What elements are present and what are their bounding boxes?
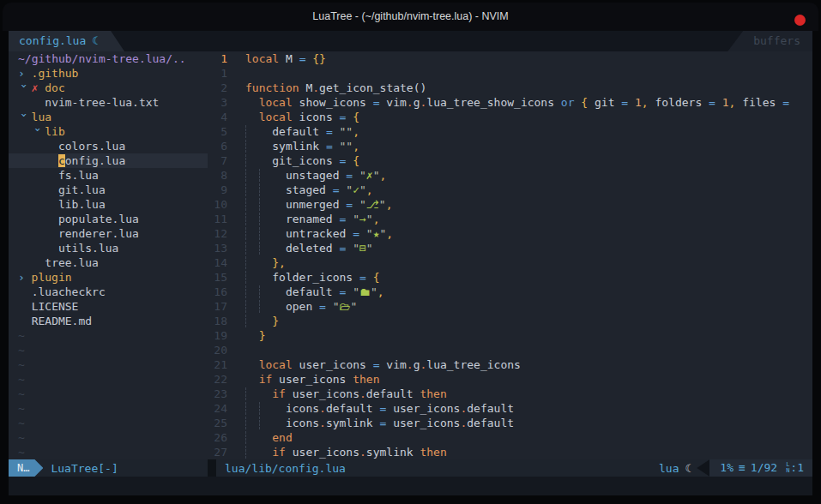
indent-guide xyxy=(245,198,246,211)
indent-guide xyxy=(245,417,246,429)
token-num: 1 xyxy=(628,96,642,109)
token-pn: , xyxy=(279,256,286,269)
tree-item-doc[interactable]: ›✗ doc xyxy=(9,81,208,95)
code-line-content: end xyxy=(245,430,293,445)
tree-item-colors.lua[interactable]: colors.lua xyxy=(9,139,208,153)
tree-item-.luacheckrc[interactable]: .luacheckrc xyxy=(9,285,208,299)
token-br: { xyxy=(353,111,359,123)
tree-item-LICENSE[interactable]: LICENSE xyxy=(9,299,208,314)
token-dot: . xyxy=(319,417,326,429)
indent-guide xyxy=(245,140,246,153)
line-number: 27 xyxy=(208,445,227,459)
tab-config-lua[interactable]: config.lua☾ xyxy=(9,31,124,51)
tree-item-fs.lua[interactable]: fs.lua xyxy=(9,168,208,183)
tree-item-nvim-tree-lua.txt[interactable]: nvim-tree-lua.txt xyxy=(9,95,208,110)
file-name: colors.lua xyxy=(58,140,125,153)
token-pl xyxy=(346,285,353,298)
code-line-content: local show_icons = vim.g.lua_tree_show_i… xyxy=(245,95,789,110)
file-tree[interactable]: ~/github/nvim-tree.lua/..›.github›✗ doc … xyxy=(9,51,208,459)
position-segment: 1% ≡ 1/92 LN :1 xyxy=(709,459,812,477)
code-line-content: symlink = "", xyxy=(245,139,359,153)
file-name: nvim-tree-lua.txt xyxy=(45,96,159,109)
code-line-content: local icons = { xyxy=(245,110,359,124)
code-line-content: untracked = "★", xyxy=(245,226,393,241)
close-button[interactable] xyxy=(794,15,806,26)
line-number: 5 xyxy=(208,124,227,139)
code-line-content: local M = {} xyxy=(245,51,326,66)
buffers-label[interactable]: buffers xyxy=(727,31,812,51)
token-pn: , xyxy=(377,285,384,298)
tree-item-plugin[interactable]: ›plugin xyxy=(9,270,208,285)
file-name: utils.lua xyxy=(58,242,118,255)
statusline-editor: lua/lib/config.lua lua☾ 1% ≡ 1/92 LN :1 xyxy=(216,459,812,477)
tree-item-config.lua[interactable]: config.lua xyxy=(9,153,208,168)
code-line-content: staged = "✓", xyxy=(245,183,373,197)
line-number: 26 xyxy=(208,430,227,445)
tree-buffer-name: LuaTree[-] xyxy=(51,462,118,475)
tree-item-populate.lua[interactable]: populate.lua xyxy=(9,212,208,226)
token-pl: show_icons xyxy=(293,96,373,109)
token-op: = xyxy=(621,96,628,109)
token-op: = xyxy=(359,271,366,284)
titlebar[interactable]: LuaTree - (~/github/nvim-tree.lua) - NVI… xyxy=(3,3,818,31)
chevron-right-icon: › xyxy=(18,270,32,285)
indent-guide xyxy=(245,271,246,284)
indent-guide xyxy=(245,183,246,196)
tree-item-renderer.lua[interactable]: renderer.lua xyxy=(9,226,208,241)
code-line: 4local icons = { xyxy=(208,110,812,124)
line-number: 12 xyxy=(208,226,227,241)
lua-icon: ☾ xyxy=(685,462,692,475)
token-qt: " xyxy=(353,242,359,255)
line-number: 23 xyxy=(208,387,227,401)
token-num: 1 xyxy=(715,96,729,109)
token-pn: , xyxy=(366,183,373,196)
code-text: } xyxy=(245,328,265,343)
code-line-content: if user_icons then xyxy=(245,372,380,387)
token-pl: M xyxy=(279,52,299,65)
token-pl: symlink xyxy=(326,417,380,429)
token-pl: renamed xyxy=(286,213,340,225)
tree-item-lib.lua[interactable]: lib.lua xyxy=(9,197,208,212)
file-name: renderer.lua xyxy=(58,227,139,240)
token-pn: , xyxy=(380,169,387,182)
token-pl: default xyxy=(326,402,380,415)
token-pl: user_icons xyxy=(293,358,373,371)
token-ic: → xyxy=(359,213,366,225)
file-name: LICENSE xyxy=(32,300,79,313)
line-number: 20 xyxy=(208,343,227,357)
tree-item-git.lua[interactable]: git.lua xyxy=(9,183,208,197)
tree-item-lua[interactable]: ›lua xyxy=(9,110,208,124)
scroll-percent: 1% xyxy=(720,459,733,477)
token-kw: then xyxy=(420,446,446,459)
code-text: staged = "✓", xyxy=(245,183,373,197)
tree-item-README.md[interactable]: README.md xyxy=(9,314,208,328)
token-kw: then xyxy=(420,387,446,400)
line-number: 1 xyxy=(208,51,227,66)
token-dot: . xyxy=(312,81,319,94)
indent-guide xyxy=(259,183,260,196)
token-dot: . xyxy=(359,446,366,459)
token-op: = xyxy=(326,125,333,138)
line-number: 22 xyxy=(208,372,227,387)
tree-item-lib[interactable]: ›lib xyxy=(9,124,208,139)
code-text: untracked = "★", xyxy=(245,226,393,241)
token-pn: , xyxy=(386,227,393,240)
code-line-content: } xyxy=(245,328,265,343)
command-line[interactable] xyxy=(9,477,812,495)
token-pl: symlink xyxy=(366,446,420,459)
token-op: = xyxy=(326,140,333,153)
code-line-content: default = "", xyxy=(245,124,359,139)
line-number: 18 xyxy=(208,314,227,328)
tree-item-tree.lua[interactable]: tree.lua xyxy=(9,255,208,270)
code-text: renamed = "→", xyxy=(245,212,380,226)
tree-item-utils.lua[interactable]: utils.lua xyxy=(9,241,208,255)
code-editor[interactable]: 1local M = {}12function M.get_icon_state… xyxy=(208,51,812,459)
line-number-icon: LN xyxy=(786,462,789,474)
token-pl: user_icons xyxy=(286,387,359,400)
filetype-text: lua xyxy=(659,462,679,475)
token-pl: icons xyxy=(286,402,319,415)
token-kw: local xyxy=(259,358,293,371)
tree-item-.github[interactable]: ›.github xyxy=(9,66,208,81)
code-line: 10unmerged = "⎇", xyxy=(208,197,812,212)
folder-name: plugin xyxy=(32,271,72,284)
